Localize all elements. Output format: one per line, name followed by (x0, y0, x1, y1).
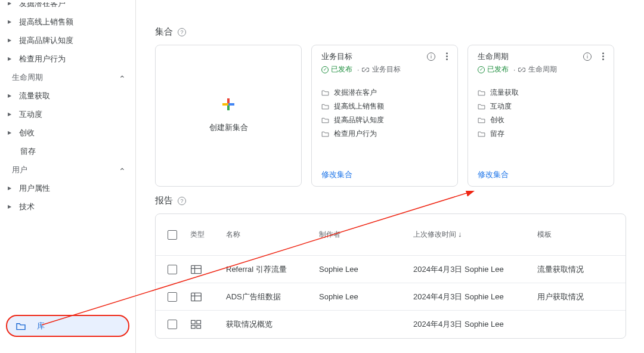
row-template: 用户获取情况 (537, 292, 614, 302)
folder-item: 创收 (478, 115, 604, 125)
published-badge: ✓ 已发布 (478, 64, 509, 75)
table-type-icon (190, 264, 202, 275)
sidebar-item-brand-awareness[interactable]: ▶ 提高品牌认知度 (0, 31, 135, 49)
caret-right-icon: ▶ (6, 56, 13, 61)
row-checkbox[interactable] (168, 265, 177, 274)
sidebar: ▶ 发掘潜在客户 ▶ 提高线上销售额 ▶ 提高品牌认知度 ▶ 检查用户行为 生命… (0, 0, 136, 353)
edit-collection-link[interactable]: 修改集合 (321, 170, 352, 179)
card-meta: · 生命周期 (513, 64, 557, 75)
sidebar-item-engagement[interactable]: ▶ 互动度 (0, 105, 135, 123)
card-title: 业务目标 (321, 51, 401, 62)
folder-icon (478, 117, 485, 123)
more-menu-icon[interactable] (445, 51, 449, 61)
row-name: Referral 引荐流量 (226, 264, 319, 275)
check-circle-icon: ✓ (321, 66, 329, 73)
edit-collection-link[interactable]: 修改集合 (478, 170, 509, 179)
select-all-checkbox[interactable] (168, 230, 177, 240)
more-menu-icon[interactable] (601, 51, 605, 61)
row-author: Sophie Lee (319, 265, 413, 274)
info-icon[interactable]: i (583, 52, 592, 61)
folder-icon (321, 89, 329, 96)
svg-rect-8 (191, 326, 196, 329)
collection-card-business-goals: 业务目标 ✓ 已发布 · 业务目标 (311, 45, 458, 187)
folder-icon (321, 117, 329, 123)
collection-card-lifecycle: 生命周期 ✓ 已发布 · 生命周期 (467, 45, 614, 187)
card-title: 生命周期 (478, 51, 557, 62)
folder-item: 留存 (478, 129, 604, 139)
library-button[interactable]: 库 (6, 315, 129, 337)
table-type-icon (190, 292, 202, 302)
caret-right-icon: ▶ (6, 93, 13, 98)
link-icon (362, 66, 369, 73)
svg-rect-3 (191, 293, 202, 301)
table-row[interactable]: 获取情况概览 2024年4月3日 Sophie Lee (156, 311, 626, 338)
table-row[interactable]: Referral 引荐流量 Sophie Lee 2024年4月3日 Sophi… (156, 256, 626, 283)
svg-rect-6 (191, 320, 196, 324)
caret-right-icon: ▶ (6, 2, 13, 6)
folder-icon (321, 103, 329, 110)
sidebar-item-retention[interactable]: 留存 (0, 142, 135, 160)
row-date: 2024年4月3日 Sophie Lee (413, 319, 537, 330)
folder-item: 互动度 (478, 101, 604, 112)
svg-rect-0 (191, 265, 202, 273)
sidebar-item-potential-customers[interactable]: ▶ 发掘潜在客户 (0, 2, 135, 13)
row-checkbox[interactable] (168, 292, 177, 302)
sidebar-item-tech[interactable]: ▶ 技术 (0, 197, 135, 216)
col-header-template[interactable]: 模板 (537, 230, 614, 240)
info-icon[interactable]: i (427, 52, 435, 61)
create-collection-card[interactable]: 创建新集合 (155, 45, 302, 187)
caret-right-icon: ▶ (6, 19, 13, 24)
sidebar-item-user-attributes[interactable]: ▶ 用户属性 (0, 179, 135, 197)
row-template: 流量获取情况 (537, 264, 614, 275)
caret-right-icon: ▶ (6, 112, 13, 117)
col-header-name[interactable]: 名称 (226, 230, 319, 240)
folder-icon (478, 89, 485, 96)
folder-icon (16, 322, 26, 330)
col-header-author[interactable]: 制作者 (319, 230, 413, 240)
caret-right-icon: ▶ (6, 204, 13, 209)
svg-rect-9 (197, 326, 201, 329)
sidebar-group-user[interactable]: 用户 (0, 160, 135, 179)
folder-icon (321, 131, 329, 137)
sort-desc-icon: ↓ (458, 230, 462, 239)
row-author: Sophie Lee (319, 292, 413, 301)
folder-item: 提高品牌认知度 (321, 115, 448, 125)
row-name: ADS广告组数据 (226, 292, 319, 302)
sidebar-item-monetization[interactable]: ▶ 创收 (0, 123, 135, 142)
dashboard-type-icon (190, 319, 202, 330)
folder-item: 提高线上销售额 (321, 101, 448, 112)
card-meta: · 业务目标 (357, 64, 401, 75)
main-content: 集合 ? 创建新集合 业务目标 (136, 0, 644, 353)
sidebar-item-online-sales[interactable]: ▶ 提高线上销售额 (0, 13, 135, 31)
reports-section-title: 报告 ? (155, 195, 644, 206)
table-row[interactable]: ADS广告组数据 Sophie Lee 2024年4月3日 Sophie Lee… (156, 283, 626, 311)
folder-item: 流量获取 (478, 88, 604, 98)
sidebar-item-user-behavior[interactable]: ▶ 检查用户行为 (0, 49, 135, 68)
caret-right-icon: ▶ (6, 130, 13, 135)
row-checkbox[interactable] (168, 320, 177, 329)
published-badge: ✓ 已发布 (321, 64, 352, 75)
check-circle-icon: ✓ (478, 66, 485, 73)
folder-item: 发掘潜在客户 (321, 88, 448, 98)
table-header-row: 类型 名称 制作者 上次修改时间↓ 模板 (156, 214, 626, 256)
caret-right-icon: ▶ (6, 185, 13, 191)
folder-item: 检查用户行为 (321, 129, 448, 139)
row-date: 2024年4月3日 Sophie Lee (413, 264, 537, 275)
chevron-up-icon (119, 73, 126, 82)
collections-section-title: 集合 ? (155, 26, 644, 38)
help-icon[interactable]: ? (178, 28, 186, 36)
col-header-date[interactable]: 上次修改时间↓ (413, 230, 537, 240)
svg-rect-7 (197, 320, 201, 324)
sidebar-group-lifecycle[interactable]: 生命周期 (0, 68, 135, 86)
sidebar-item-traffic-acquisition[interactable]: ▶ 流量获取 (0, 86, 135, 105)
row-date: 2024年4月3日 Sophie Lee (413, 292, 537, 302)
col-header-type[interactable]: 类型 (190, 230, 226, 240)
reports-table: 类型 名称 制作者 上次修改时间↓ 模板 Referral 引荐流量 Sophi… (155, 213, 626, 339)
help-icon[interactable]: ? (178, 197, 186, 205)
google-plus-icon (222, 98, 234, 110)
row-name: 获取情况概览 (226, 319, 319, 330)
folder-icon (478, 131, 485, 137)
link-icon (518, 66, 525, 73)
caret-right-icon: ▶ (6, 38, 13, 43)
chevron-up-icon (119, 165, 126, 174)
